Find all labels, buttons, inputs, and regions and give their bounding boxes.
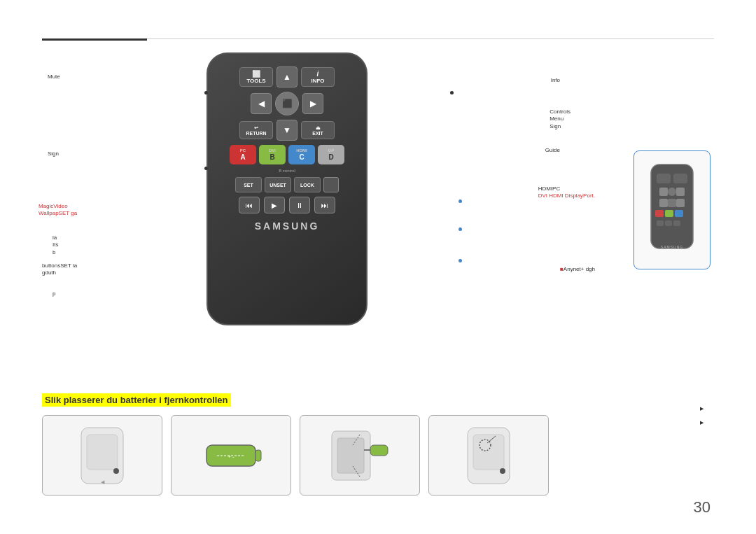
- remote-control-wrapper: ⬜ TOOLS ▲ i INFO ◀ ⬛ ▶ ↩ RETURN ▼ ⏏ EXIT: [206, 52, 368, 325]
- svg-rect-5: [676, 188, 685, 196]
- svg-rect-2: [673, 174, 687, 183]
- small-remote-svg: SAMSUNG: [644, 161, 700, 259]
- svg-rect-32: [473, 435, 504, 470]
- annotation-hdmipc-text: HDMIPC: [538, 185, 595, 192]
- svg-rect-15: [657, 230, 687, 235]
- return-icon: ↩: [254, 125, 258, 131]
- arrow-down-button[interactable]: ▼: [276, 120, 298, 141]
- battery-images: ◀ + -: [42, 415, 714, 496]
- small-remote-image: SAMSUNG: [634, 150, 710, 269]
- remote-body: ⬜ TOOLS ▲ i INFO ◀ ⬛ ▶ ↩ RETURN ▼ ⏏ EXIT: [206, 52, 368, 325]
- source-b-key: B: [270, 153, 274, 161]
- svg-rect-1: [657, 174, 671, 183]
- arrow-lr-row: ◀ ⬛ ▶: [222, 92, 352, 115]
- play-button[interactable]: ▶: [264, 197, 285, 213]
- svg-rect-4: [668, 188, 676, 196]
- info-button[interactable]: i INFO: [301, 67, 335, 87]
- exit-button[interactable]: ⏏ EXIT: [301, 121, 335, 139]
- svg-text:SAMSUNG: SAMSUNG: [661, 245, 683, 249]
- dot-return: [204, 167, 208, 170]
- annotation-dvi-text: DVI HDMI DisplayPort.: [538, 192, 595, 199]
- annotation-controls: Controls Menu Sign: [550, 108, 570, 130]
- dot-info: [450, 91, 454, 94]
- return-button[interactable]: ↩ RETURN: [239, 121, 273, 139]
- svg-point-33: [500, 468, 505, 474]
- dot-media: [458, 259, 462, 262]
- rewind-button[interactable]: ⏮: [239, 197, 260, 213]
- dot-source: [458, 199, 462, 203]
- annotation-mute-text: Mute: [48, 73, 60, 80]
- svg-rect-3: [659, 188, 668, 196]
- fast-forward-button[interactable]: ⏭: [314, 197, 335, 213]
- source-c-label: HDMI: [296, 148, 307, 153]
- svg-rect-9: [655, 210, 664, 217]
- annotation-guide: Guide: [545, 147, 560, 154]
- annotation-sign-text: Sign: [48, 150, 59, 157]
- source-c-key: C: [299, 153, 304, 161]
- battery-box-2: + -: [171, 415, 291, 496]
- battery-box-4: [428, 415, 549, 496]
- annotation-mute: Mute: [48, 73, 60, 80]
- annotation-hdmi: HDMIPC DVI HDMI DisplayPort.: [538, 185, 595, 200]
- media-controls-row: ⏮ ▶ ⏸ ⏭: [222, 197, 352, 213]
- info-icon: i: [317, 70, 319, 78]
- source-d-button[interactable]: DP D: [318, 145, 344, 164]
- samsung-logo: SAMSUNG: [255, 220, 320, 232]
- unset-button[interactable]: UNSET: [265, 177, 291, 192]
- page-number: 30: [694, 498, 710, 517]
- battery-box-3: [300, 415, 420, 496]
- source-buttons-row: PC A DVI B HDMI C DP D: [230, 145, 344, 164]
- battery-section: Slik plasserer du batterier i fjernkontr…: [42, 393, 714, 496]
- arrow-up-button[interactable]: ▲: [276, 66, 298, 87]
- tools-icon: ⬜: [252, 70, 260, 78]
- dot-tools: [204, 91, 208, 94]
- svg-rect-11: [675, 210, 683, 217]
- annotation-anynet: ■Anynet+ dgh: [560, 266, 595, 273]
- source-a-label: PC: [240, 148, 246, 153]
- arrow-left-button[interactable]: ◀: [251, 93, 272, 114]
- annotation-p: p: [52, 290, 55, 297]
- svg-rect-6: [659, 199, 668, 207]
- annotation-video-text: MagicVideo: [38, 203, 77, 210]
- annotation-info-right: Info: [551, 77, 560, 84]
- b-control-label: B control: [222, 169, 352, 173]
- svg-rect-7: [668, 199, 676, 207]
- black-square-button[interactable]: [323, 177, 339, 192]
- dot-set: [458, 227, 462, 231]
- battery-svg-4: [447, 421, 531, 491]
- svg-rect-8: [676, 199, 685, 207]
- source-b-button[interactable]: DVI B: [259, 145, 286, 164]
- svg-rect-12: [657, 220, 664, 226]
- annotation-wallpaper: MagicVideo WallpapSET ga: [38, 203, 77, 218]
- annotation-wallpaper-text: WallpapSET ga: [38, 210, 77, 217]
- source-a-button[interactable]: PC A: [230, 145, 256, 164]
- svg-rect-10: [665, 210, 673, 217]
- svg-rect-18: [87, 435, 118, 470]
- arrow-right-button[interactable]: ▶: [302, 93, 323, 114]
- top-rule-thick: [42, 38, 147, 41]
- annotation-buttons: la Its b: [52, 234, 58, 256]
- svg-rect-26: [337, 438, 364, 473]
- set-unset-lock-row: SET UNSET LOCK: [222, 177, 352, 192]
- battery-svg-1: ◀: [60, 421, 144, 491]
- annotation-sign: Sign: [48, 150, 59, 157]
- pause-button[interactable]: ⏸: [289, 197, 310, 213]
- annotation-set: buttonsSET la gduth: [42, 262, 77, 277]
- svg-point-19: [113, 468, 119, 474]
- source-c-button[interactable]: HDMI C: [288, 145, 315, 164]
- source-b-label: DVI: [269, 148, 276, 153]
- svg-rect-27: [370, 445, 388, 456]
- source-d-label: DP: [328, 148, 334, 153]
- source-a-key: A: [240, 153, 245, 161]
- tools-button[interactable]: ⬜ TOOLS: [239, 67, 273, 87]
- battery-svg-3: [318, 421, 402, 491]
- battery-box-1: ◀: [42, 415, 162, 496]
- svg-rect-13: [665, 220, 672, 226]
- battery-title: Slik plasserer du batterier i fjernkontr…: [42, 393, 231, 407]
- exit-icon: ⏏: [316, 125, 321, 131]
- tools-info-row: ⬜ TOOLS ▲ i INFO: [222, 66, 352, 87]
- set-button[interactable]: SET: [235, 177, 262, 192]
- svg-text:+  -: + -: [227, 454, 234, 460]
- lock-button[interactable]: LOCK: [294, 177, 321, 192]
- center-button[interactable]: ⬛: [275, 92, 299, 115]
